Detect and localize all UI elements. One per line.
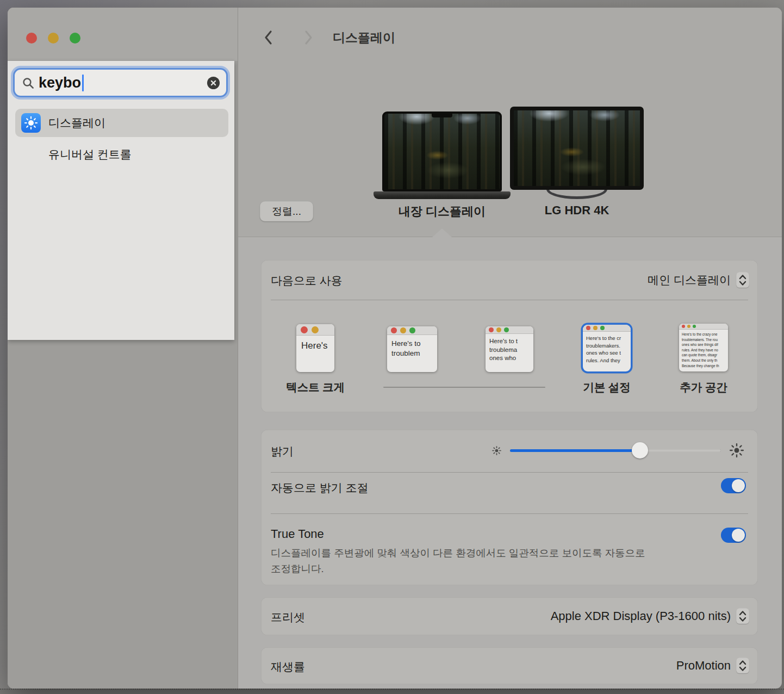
laptop-notch (432, 114, 452, 117)
brightness-slider-thumb[interactable] (632, 442, 648, 458)
row-separator (271, 513, 748, 514)
display-settings-icon (21, 113, 41, 133)
mini-min-dot (593, 326, 598, 330)
mini-close-dot (301, 326, 308, 333)
row-separator (271, 472, 748, 473)
refresh-rate-card: 재생률 ProMotion (261, 647, 758, 684)
search-input[interactable]: keybo (13, 68, 228, 97)
brightness-bright-icon (729, 443, 744, 460)
scaling-option-2[interactable]: Here's to troublem (387, 326, 437, 372)
builtin-display-preview[interactable] (382, 111, 502, 191)
refresh-rate-value: ProMotion (676, 659, 731, 673)
mini-close-dot (391, 327, 397, 333)
use-as-value: 메인 디스플레이 (648, 272, 731, 288)
auto-brightness-toggle[interactable] (721, 478, 746, 493)
builtin-display-label: 내장 디스플레이 (382, 203, 502, 220)
mini-min-dot (687, 325, 690, 328)
scaling-label-more-space: 추가 공간 (660, 380, 747, 395)
mini-zoom-dot (504, 327, 509, 332)
scaling-option-default[interactable]: Here's to the cr troublemakers. ones who… (583, 325, 631, 371)
search-result-label: 유니버설 컨트롤 (48, 142, 132, 166)
search-result-universal-control[interactable]: 유니버설 컨트롤 (15, 142, 228, 166)
brightness-dim-icon (491, 445, 502, 458)
row-separator (271, 300, 748, 300)
use-as-label: 다음으로 사용 (271, 273, 343, 288)
mini-close-dot (586, 326, 590, 330)
mini-zoom-dot (409, 327, 415, 333)
brightness-slider-fill (510, 449, 640, 452)
search-result-label: 디스플레이 (48, 109, 105, 137)
preset-label: 프리셋 (271, 610, 305, 625)
search-result-displays[interactable]: 디스플레이 (15, 109, 228, 137)
true-tone-description: 디스플레이를 주변광에 맞춰 색상이 다른 환경에서도 일관적으로 보이도록 자… (271, 545, 645, 577)
preset-card: 프리셋 Apple XDR Display (P3-1600 nits) (261, 597, 758, 635)
mini-close-dot (489, 327, 494, 332)
chevron-up-down-icon[interactable] (736, 272, 749, 288)
mini-zoom-dot (600, 326, 605, 330)
brightness-card: 밝기 자동으로 밝기 조절 True Tone 디스플레이를 주변광에 맞춰 색… (261, 430, 758, 585)
page-title: 디스플레이 (333, 29, 395, 46)
section-divider (238, 237, 782, 237)
mini-min-dot (496, 327, 501, 332)
sidebar: keybo 디스플레이 유니버설 컨트롤 (8, 8, 238, 689)
text-caret (82, 75, 84, 91)
arrange-button[interactable]: 정렬... (260, 201, 313, 221)
system-settings-window: keybo 디스플레이 유니버설 컨트롤 (8, 8, 782, 689)
preset-value: Apple XDR Display (P3-1600 nits) (551, 609, 731, 623)
use-as-popup[interactable]: 메인 디스플레이 (648, 272, 749, 288)
external-display-label: LG HDR 4K (517, 203, 637, 218)
external-display-preview[interactable] (510, 107, 644, 190)
true-tone-label: True Tone (271, 527, 324, 541)
search-icon (22, 77, 35, 90)
auto-brightness-label: 자동으로 밝기 조절 (271, 480, 369, 495)
search-results-panel: keybo 디스플레이 유니버설 컨트롤 (8, 61, 234, 340)
scaling-option-3[interactable]: Here's to t troublema ones who (486, 326, 533, 372)
true-tone-toggle[interactable] (721, 528, 746, 543)
brightness-label: 밝기 (271, 444, 294, 459)
forward-icon[interactable] (302, 29, 315, 48)
close-button[interactable] (26, 33, 37, 44)
preset-popup[interactable]: Apple XDR Display (P3-1600 nits) (551, 608, 749, 624)
toggle-knob (732, 529, 745, 542)
mini-zoom-dot (693, 325, 696, 328)
background-window-edge (0, 689, 784, 694)
brightness-slider-track[interactable] (510, 449, 721, 452)
mini-close-dot (682, 325, 685, 328)
toggle-knob (732, 479, 745, 492)
minimize-button[interactable] (48, 33, 59, 44)
clear-search-icon[interactable] (207, 76, 220, 90)
mini-min-dot (312, 326, 319, 333)
mini-min-dot (400, 327, 406, 333)
scaling-label-default: 기본 설정 (563, 380, 650, 395)
scaling-label-larger-text: 텍스트 크게 (272, 380, 359, 395)
scaling-connector-line (383, 387, 545, 388)
back-icon[interactable] (262, 29, 275, 48)
search-query-text: keybo (39, 75, 81, 91)
sidebar-titlebar[interactable] (8, 8, 238, 61)
laptop-base (374, 191, 511, 199)
zoom-button[interactable] (70, 33, 80, 44)
scaling-option-more-space[interactable]: Here's to the crazy one troublemakers. T… (679, 324, 728, 371)
refresh-rate-label: 재생률 (271, 659, 305, 674)
wallpaper-thumbnail (514, 110, 640, 186)
desktop: ssh-keygen keybo (0, 0, 784, 694)
chevron-up-down-icon[interactable] (736, 608, 749, 624)
sidebar-divider (238, 8, 238, 689)
scaling-option-larger-text[interactable]: Here's (296, 324, 334, 372)
display-options-card: 다음으로 사용 메인 디스플레이 Here's (261, 260, 758, 412)
refresh-rate-popup[interactable]: ProMotion (676, 658, 749, 673)
wallpaper-thumbnail (384, 114, 500, 189)
chevron-up-down-icon[interactable] (736, 658, 749, 673)
